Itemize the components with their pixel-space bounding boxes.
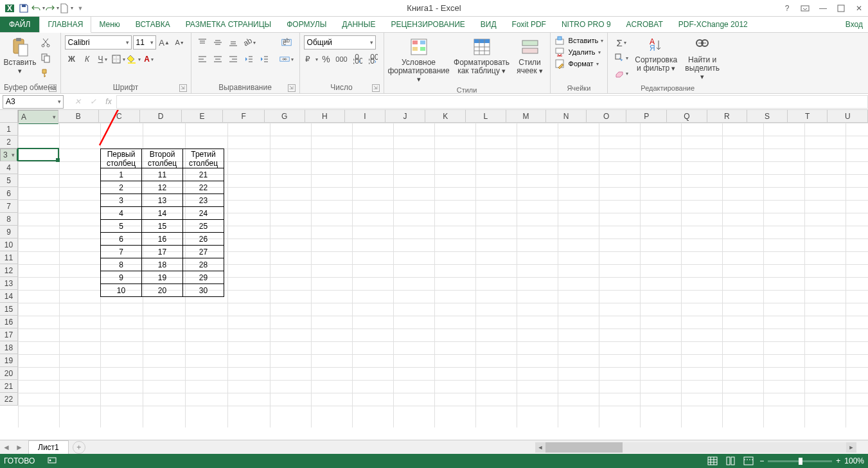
fill-icon[interactable]: ▾ — [612, 51, 631, 65]
decrease-font-icon[interactable]: A▼ — [173, 35, 187, 50]
row-header-20[interactable]: 20 — [0, 367, 18, 380]
tab-acrobat[interactable]: ACROBAT — [619, 17, 671, 32]
tab-menu[interactable]: Меню — [91, 17, 127, 32]
align-top-icon[interactable] — [195, 35, 209, 50]
column-header-B[interactable]: B — [58, 110, 99, 123]
align-right-icon[interactable] — [226, 52, 240, 66]
row-header-8[interactable]: 8 — [0, 213, 18, 226]
row-header-12[interactable]: 12 — [0, 264, 18, 277]
row-header-14[interactable]: 14 — [0, 290, 18, 303]
column-header-U[interactable]: U — [828, 110, 868, 123]
tab-foxit[interactable]: Foxit PDF — [504, 17, 554, 32]
decrease-decimal-icon[interactable]: ,00,0 — [366, 52, 380, 66]
add-sheet-button[interactable]: + — [73, 441, 85, 454]
scroll-right-button[interactable]: ► — [846, 442, 856, 453]
macro-record-icon[interactable] — [48, 456, 57, 467]
fill-color-button[interactable]: ▾ — [127, 52, 141, 66]
row-header-11[interactable]: 11 — [0, 251, 18, 264]
cell-styles-button[interactable]: Стили ячеек ▾ — [514, 35, 546, 76]
align-left-icon[interactable] — [195, 52, 209, 66]
alignment-launcher-icon[interactable]: ⇲ — [288, 84, 296, 92]
delete-cells-button[interactable]: Удалить▾ — [554, 47, 601, 57]
format-as-table-button[interactable]: Форматировать как таблицу ▾ — [452, 35, 511, 76]
zoom-in-button[interactable]: + — [836, 456, 840, 465]
row-header-13[interactable]: 13 — [0, 277, 18, 290]
row-header-3[interactable]: 3 — [0, 148, 18, 161]
column-header-L[interactable]: L — [466, 110, 506, 123]
row-header-18[interactable]: 18 — [0, 341, 18, 354]
row-header-6[interactable]: 6 — [0, 187, 18, 200]
tab-insert[interactable]: ВСТАВКА — [128, 17, 178, 32]
cancel-formula-icon[interactable]: ✕ — [70, 97, 85, 106]
ribbon-options-icon[interactable] — [799, 2, 811, 15]
copy-icon[interactable] — [39, 51, 53, 65]
tab-data[interactable]: ДАННЫЕ — [334, 17, 383, 32]
font-launcher-icon[interactable]: ⇲ — [179, 84, 187, 92]
decrease-indent-icon[interactable] — [242, 52, 256, 66]
font-name-selector[interactable]: Calibri — [65, 35, 132, 50]
column-header-D[interactable]: D — [140, 110, 182, 123]
sheet-nav-next[interactable]: ► — [13, 443, 26, 452]
merge-cells-icon[interactable]: ▾ — [278, 52, 296, 66]
row-header-22[interactable]: 22 — [0, 393, 18, 406]
increase-font-icon[interactable]: A▲ — [157, 35, 172, 50]
qat-customize-icon[interactable]: ▼ — [73, 1, 87, 15]
tab-nitro[interactable]: NITRO PRO 9 — [554, 17, 619, 32]
row-header-19[interactable]: 19 — [0, 354, 18, 367]
tab-home[interactable]: ГЛАВНАЯ — [39, 16, 91, 33]
sign-in-link[interactable]: Вход — [846, 20, 863, 29]
tab-view[interactable]: ВИД — [473, 17, 504, 32]
column-header-H[interactable]: H — [305, 110, 346, 123]
zoom-level[interactable]: 100% — [844, 456, 864, 465]
sort-filter-button[interactable]: АЯ Сортировка и фильтр ▾ — [633, 35, 678, 74]
page-break-view-icon[interactable] — [741, 455, 756, 467]
undo-button[interactable]: ▾ — [31, 1, 45, 15]
fx-icon[interactable]: fx — [101, 97, 116, 106]
row-header-9[interactable]: 9 — [0, 226, 18, 239]
scroll-thumb[interactable] — [545, 442, 623, 453]
row-header-16[interactable]: 16 — [0, 316, 18, 328]
italic-button[interactable]: К — [80, 52, 94, 66]
column-header-S[interactable]: S — [747, 110, 788, 123]
accounting-format-icon[interactable]: ₽▾ — [304, 52, 318, 66]
column-header-A[interactable]: A — [18, 110, 58, 124]
page-layout-view-icon[interactable] — [723, 455, 738, 467]
tab-review[interactable]: РЕЦЕНЗИРОВАНИЕ — [383, 17, 472, 32]
horizontal-scrollbar[interactable]: ◄ ► — [535, 442, 856, 453]
column-header-O[interactable]: O — [587, 110, 627, 123]
font-size-selector[interactable]: 11 — [133, 35, 156, 50]
number-launcher-icon[interactable]: ⇲ — [372, 84, 380, 92]
column-header-K[interactable]: K — [425, 110, 466, 123]
column-header-G[interactable]: G — [265, 110, 305, 123]
accept-formula-icon[interactable]: ✓ — [85, 97, 101, 106]
align-bottom-icon[interactable] — [226, 35, 240, 50]
row-header-10[interactable]: 10 — [0, 239, 18, 251]
column-header-T[interactable]: T — [788, 110, 828, 123]
increase-indent-icon[interactable] — [257, 52, 271, 66]
conditional-formatting-button[interactable]: Условное форматирование ▾ — [388, 35, 450, 85]
spreadsheet-grid[interactable]: ABCDEFGHIJKLMNOPQRSTU 123456789101112131… — [0, 110, 868, 428]
column-header-C[interactable]: C — [99, 110, 141, 123]
column-header-Q[interactable]: Q — [667, 110, 707, 123]
percent-format-icon[interactable]: % — [319, 52, 333, 66]
clear-icon[interactable]: ▾ — [612, 66, 631, 80]
increase-decimal-icon[interactable]: ,0,00 — [350, 52, 364, 66]
tab-formulas[interactable]: ФОРМУЛЫ — [279, 17, 334, 32]
sheet-nav-prev[interactable]: ◄ — [0, 443, 13, 452]
column-header-I[interactable]: I — [345, 110, 385, 123]
number-format-selector[interactable]: Общий — [304, 35, 376, 50]
wrap-text-icon[interactable]: abc — [278, 35, 296, 50]
column-header-R[interactable]: R — [707, 110, 748, 123]
column-header-P[interactable]: P — [626, 110, 667, 123]
row-header-1[interactable]: 1 — [0, 123, 18, 136]
minimize-button[interactable]: — — [817, 2, 829, 15]
orientation-icon[interactable]: ab▾ — [242, 35, 256, 50]
insert-cells-button[interactable]: Вставить▾ — [554, 35, 604, 46]
select-all-corner[interactable] — [0, 110, 18, 123]
format-painter-icon[interactable] — [39, 66, 53, 80]
normal-view-icon[interactable] — [705, 455, 720, 467]
scroll-left-button[interactable]: ◄ — [535, 442, 545, 453]
paste-button[interactable]: Вставить▾ — [4, 35, 36, 76]
borders-button[interactable]: ▾ — [111, 52, 125, 66]
formula-bar[interactable] — [116, 95, 868, 109]
